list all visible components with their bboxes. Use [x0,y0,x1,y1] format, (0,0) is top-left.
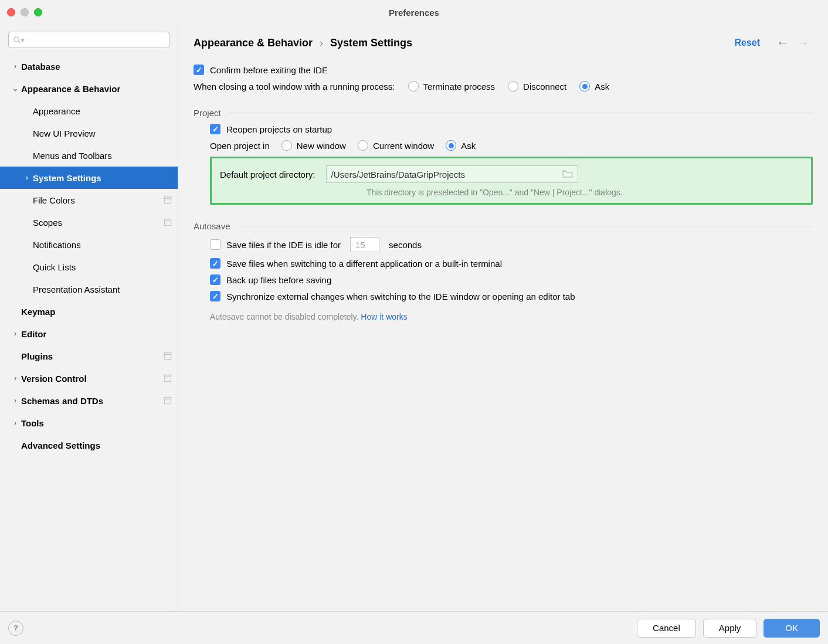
sidebar-item-label: Advanced Settings [21,440,100,450]
nav-back-button[interactable]: ← [773,35,793,50]
open-project-in-label: Open project in [210,141,270,151]
sidebar-item-appearance-behavior[interactable]: ⌄Appearance & Behavior [0,77,178,100]
sidebar-item-label: Scopes [33,218,62,228]
project-scope-icon [164,396,172,405]
new-window-label: New window [297,141,346,151]
search-input[interactable]: ▾ [8,32,169,48]
apply-button[interactable]: Apply [703,619,757,638]
sidebar-item-label: Quick Lists [33,262,76,272]
reopen-projects-checkbox[interactable] [210,124,220,134]
sync-external-checkbox[interactable] [210,291,220,301]
confirm-exit-label: Confirm before exiting the IDE [210,65,328,75]
terminate-process-label: Terminate process [423,82,496,91]
reset-button[interactable]: Reset [734,38,760,48]
chevron-right-icon: › [9,374,21,382]
sidebar-item-schemas-and-dtds[interactable]: ›Schemas and DTDs [0,389,178,412]
backup-checkbox[interactable] [210,274,220,285]
open-ask-radio[interactable] [446,140,456,151]
svg-rect-5 [165,219,171,221]
autosave-section-title: Autosave [194,221,230,231]
svg-line-1 [18,41,20,43]
ok-button[interactable]: OK [763,619,820,638]
project-scope-icon [164,218,172,226]
breadcrumb-separator: › [320,37,323,49]
current-window-radio[interactable] [358,140,368,151]
reopen-projects-label: Reopen projects on startup [226,124,332,134]
sidebar-item-system-settings[interactable]: ›System Settings [0,167,178,189]
sidebar-item-label: Database [21,62,60,72]
svg-rect-11 [165,398,171,399]
ask-label: Ask [595,82,609,91]
default-directory-label: Default project directory: [220,170,315,179]
sidebar-item-label: Appearance [33,106,80,116]
sidebar-item-advanced-settings[interactable]: ›Advanced Settings [0,434,178,456]
sidebar-item-tools[interactable]: ›Tools [0,412,178,434]
idle-seconds-field[interactable] [350,237,379,252]
chevron-right-icon: › [9,419,21,427]
autosave-note-text: Autosave cannot be disabled completely. [210,312,361,321]
new-window-radio[interactable] [281,140,292,151]
project-scope-icon [164,374,172,382]
breadcrumb-current: System Settings [330,37,412,49]
sidebar-item-notifications[interactable]: ›Notifications [0,233,178,256]
sidebar-item-presentation-assistant[interactable]: ›Presentation Assistant [0,278,178,300]
folder-browse-icon[interactable] [562,170,573,179]
project-scope-icon [164,196,172,204]
sidebar-item-version-control[interactable]: ›Version Control [0,367,178,389]
close-tool-window-label: When closing a tool window with a runnin… [194,82,395,91]
idle-save-checkbox[interactable] [210,239,220,250]
svg-rect-4 [165,219,171,226]
sync-external-label: Synchronize external changes when switch… [226,292,575,301]
nav-forward-button[interactable]: → [793,35,813,50]
sidebar-item-appearance[interactable]: ›Appearance [0,100,178,122]
sidebar-item-label: Schemas and DTDs [21,396,103,406]
sidebar-item-label: Version Control [21,374,87,384]
sidebar-item-label: File Colors [33,195,75,205]
sidebar-item-label: New UI Preview [33,128,96,138]
sidebar-item-file-colors[interactable]: ›File Colors [0,189,178,211]
sidebar-item-menus-and-toolbars[interactable]: ›Menus and Toolbars [0,144,178,167]
breadcrumb-parent[interactable]: Appearance & Behavior [194,37,313,49]
how-it-works-link[interactable]: How it works [361,312,407,321]
default-directory-highlight: Default project directory: /Users/JetBra… [210,157,813,205]
sidebar-item-label: System Settings [33,173,101,183]
svg-rect-7 [165,353,171,355]
svg-rect-2 [165,197,171,204]
sidebar-item-editor[interactable]: ›Editor [0,323,178,345]
svg-rect-9 [165,375,171,377]
idle-save-suffix: seconds [389,240,422,250]
default-directory-hint: This directory is preselected in "Open..… [367,188,803,197]
sidebar-item-label: Tools [21,418,44,428]
titlebar: Preferences [0,0,828,25]
sidebar-item-new-ui-preview[interactable]: ›New UI Preview [0,122,178,144]
sidebar-item-keymap[interactable]: ›Keymap [0,300,178,323]
disconnect-label: Disconnect [523,82,566,91]
ask-radio[interactable] [579,81,590,91]
confirm-exit-checkbox[interactable] [194,65,204,75]
svg-rect-3 [165,197,171,199]
backup-label: Back up files before saving [226,275,331,285]
current-window-label: Current window [373,141,434,151]
help-button[interactable]: ? [8,621,23,636]
terminate-process-radio[interactable] [408,81,419,91]
project-section-title: Project [194,108,221,118]
sidebar-item-database[interactable]: ›Database [0,55,178,77]
breadcrumb: Appearance & Behavior › System Settings [194,37,412,49]
sidebar-item-quick-lists[interactable]: ›Quick Lists [0,256,178,278]
sidebar-item-label: Presentation Assistant [33,284,120,294]
save-on-switch-checkbox[interactable] [210,258,220,269]
sidebar-item-label: Notifications [33,240,81,250]
disconnect-radio[interactable] [508,81,518,91]
sidebar-item-label: Appearance & Behavior [21,84,120,94]
default-directory-field[interactable]: /Users/JetBrains/DataGripProjects [326,165,578,183]
settings-tree: ›Database⌄Appearance & Behavior›Appearan… [0,55,178,611]
chevron-down-icon: ⌄ [9,84,21,93]
sidebar-item-scopes[interactable]: ›Scopes [0,211,178,233]
sidebar-item-plugins[interactable]: ›Plugins [0,345,178,367]
cancel-button[interactable]: Cancel [637,619,696,638]
svg-rect-10 [165,398,171,404]
sidebar-item-label: Menus and Toolbars [33,151,112,161]
default-directory-value: /Users/JetBrains/DataGripProjects [331,170,465,179]
chevron-right-icon: › [9,62,21,70]
sidebar-item-label: Editor [21,329,46,339]
